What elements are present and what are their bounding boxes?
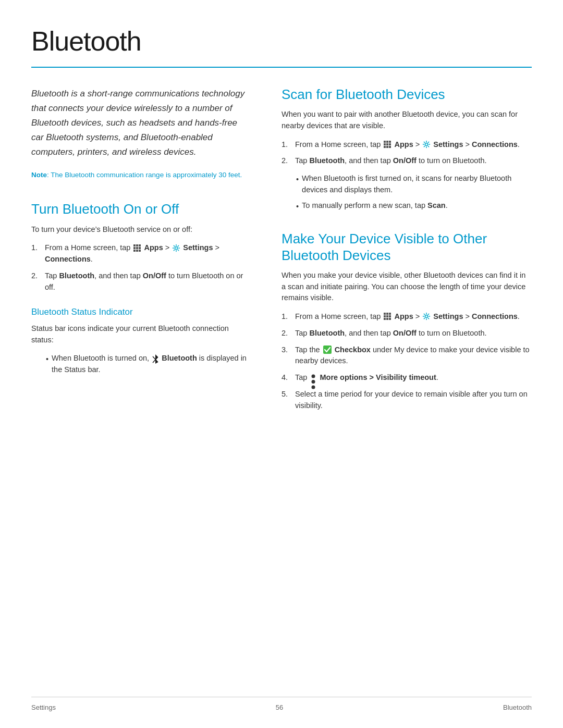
left-column: Bluetooth is a short-range communication…: [31, 87, 250, 417]
svg-point-29: [425, 315, 428, 318]
bullet-dot: •: [46, 354, 48, 376]
status-bullets: • When Bluetooth is turned on,: [46, 353, 250, 376]
svg-rect-0: [133, 244, 136, 246]
apps-label: Apps: [144, 243, 163, 252]
scan-settings-icon: [422, 140, 431, 149]
svg-rect-1: [136, 244, 138, 246]
svg-rect-22: [389, 313, 391, 315]
visible-apps-label: Apps: [394, 312, 413, 320]
scan-bullets: • When Bluetooth is first turned on, it …: [296, 173, 532, 212]
more-icon: [310, 373, 317, 382]
note-text: Note: The Bluetooth communication range …: [31, 170, 250, 180]
scan-section: Scan for Bluetooth Devices When you want…: [282, 87, 532, 212]
scan-apps-label: Apps: [394, 140, 413, 149]
visible-step-4: 4. Tap More options > Visibility timeo: [282, 372, 532, 384]
scan-title: Scan for Bluetooth Devices: [282, 87, 532, 103]
scan-bullet-2-content: To manually perform a new scan, tap Scan…: [302, 200, 448, 213]
svg-rect-18: [389, 146, 391, 148]
bluetooth-bold: Bluetooth: [162, 354, 197, 362]
svg-rect-14: [386, 143, 388, 145]
svg-point-19: [425, 143, 428, 145]
more-options-label: More options > Visibility timeout: [320, 373, 436, 381]
right-column: Scan for Bluetooth Devices When you want…: [282, 87, 532, 417]
svg-point-31: [312, 375, 315, 378]
svg-rect-2: [139, 244, 141, 246]
status-bullet-1: • When Bluetooth is turned on,: [46, 353, 250, 376]
visible-step-1: 1. From a Home screen, tap: [282, 311, 532, 323]
scan-step-2: 2. Tap Bluetooth, and then tap On/Off to…: [282, 155, 532, 167]
svg-rect-8: [139, 250, 141, 252]
visible-body: When you make your device visible, other…: [282, 270, 532, 304]
turn-bluetooth-section: Turn Bluetooth On or Off To turn your de…: [31, 201, 250, 375]
svg-rect-27: [386, 318, 388, 320]
turn-bluetooth-steps: 1. From a Home screen, tap: [31, 242, 250, 293]
scan-bullet-dot-2: •: [296, 201, 299, 213]
visible-step-num-4: 4.: [282, 372, 291, 384]
scan-step-1: 1. From a Home screen, tap: [282, 139, 532, 151]
svg-rect-6: [133, 250, 136, 252]
visible-settings-icon: [422, 312, 431, 320]
svg-rect-23: [384, 315, 386, 317]
scan-step-num-1: 1.: [282, 139, 291, 151]
svg-rect-26: [384, 318, 386, 320]
svg-rect-13: [384, 143, 386, 145]
svg-rect-4: [136, 247, 138, 249]
scan-steps: 1. From a Home screen, tap: [282, 139, 532, 167]
scan-settings-label: Settings: [433, 140, 463, 149]
visible-step-2: 2. Tap Bluetooth, and then tap On/Off to…: [282, 328, 532, 339]
footer-left: Settings: [31, 702, 56, 713]
scan-connections-label: Connections: [472, 140, 518, 149]
svg-rect-15: [389, 143, 391, 145]
svg-rect-11: [386, 141, 388, 143]
svg-rect-21: [386, 313, 388, 315]
page-title: Bluetooth: [31, 21, 532, 61]
checkbox-icon: [323, 345, 332, 354]
bluetooth-status-body: Status bar icons indicate your current B…: [31, 323, 250, 346]
svg-rect-12: [389, 141, 391, 143]
svg-rect-7: [136, 250, 138, 252]
settings-icon: [172, 244, 180, 252]
svg-rect-3: [133, 247, 136, 249]
checkbox-label: Checkbox: [335, 346, 371, 354]
bluetooth-icon: [152, 354, 159, 363]
turn-step-1: 1. From a Home screen, tap: [31, 242, 250, 265]
svg-rect-24: [386, 315, 388, 317]
step-num-1: 1.: [31, 242, 41, 265]
scan-step-1-content: From a Home screen, tap: [295, 139, 520, 151]
scan-bullet-1: • When Bluetooth is first turned on, it …: [296, 173, 532, 196]
apps-icon: [133, 244, 141, 252]
visible-section: Make Your Device Visible to Other Blueto…: [282, 231, 532, 411]
visible-step-2-content: Tap Bluetooth, and then tap On/Off to tu…: [295, 328, 487, 339]
title-divider: [31, 67, 532, 68]
bluetooth-status-title: Bluetooth Status Indicator: [31, 305, 250, 319]
settings-label: Settings: [183, 243, 213, 252]
turn-bluetooth-body: To turn your device’s Bluetooth service …: [31, 224, 250, 236]
scan-step-num-2: 2.: [282, 155, 291, 167]
footer-right: Bluetooth: [503, 702, 532, 713]
svg-rect-10: [384, 141, 386, 143]
scan-bullet-2: • To manually perform a new scan, tap Sc…: [296, 200, 532, 213]
visible-step-num-2: 2.: [282, 328, 291, 339]
visible-title: Make Your Device Visible to Other Blueto…: [282, 231, 532, 263]
scan-bullet-1-content: When Bluetooth is first turned on, it sc…: [302, 173, 532, 196]
page-footer: Settings 56 Bluetooth: [31, 697, 532, 713]
step-1-content: From a Home screen, tap: [45, 242, 250, 265]
intro-text: Bluetooth is a short-range communication…: [31, 87, 250, 159]
svg-rect-5: [139, 247, 141, 249]
svg-point-9: [175, 246, 178, 249]
visible-steps: 1. From a Home screen, tap: [282, 311, 532, 411]
scan-step-2-content: Tap Bluetooth, and then tap On/Off to tu…: [295, 155, 487, 167]
visible-apps-icon: [383, 312, 391, 320]
visible-step-num-5: 5.: [282, 389, 291, 412]
scan-apps-icon: [383, 140, 391, 149]
visible-step-5-content: Select a time period for your device to …: [295, 389, 532, 412]
visible-step-5: 5. Select a time period for your device …: [282, 389, 532, 412]
scan-bullet-dot-1: •: [296, 174, 299, 196]
visible-step-3: 3. Tap the Checkbox under My device to m…: [282, 344, 532, 367]
visible-step-num-3: 3.: [282, 344, 291, 367]
page-content: Bluetooth Bluetooth is a short-range com…: [0, 0, 563, 459]
svg-rect-28: [389, 318, 391, 320]
svg-rect-17: [386, 146, 388, 148]
visible-step-1-content: From a Home screen, tap: [295, 311, 520, 323]
turn-bluetooth-title: Turn Bluetooth On or Off: [31, 201, 250, 217]
